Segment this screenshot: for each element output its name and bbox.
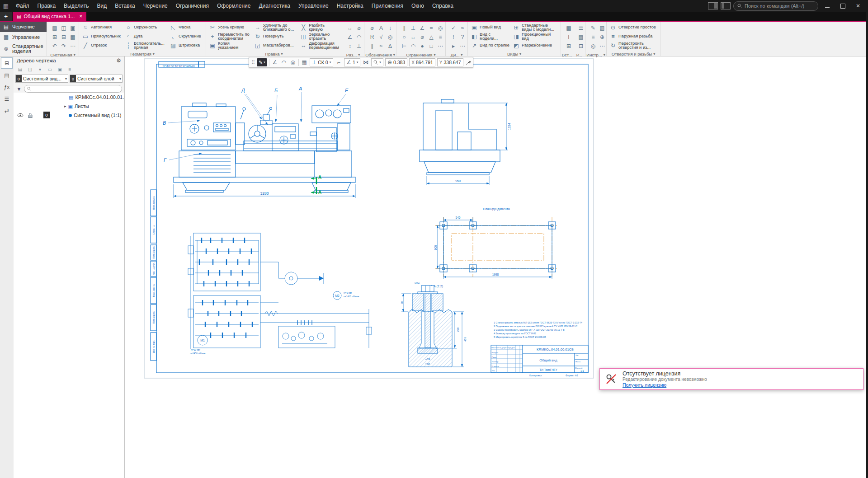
tab-close-icon[interactable]: × — [79, 13, 82, 19]
equal-constraint-icon[interactable]: = — [427, 23, 436, 33]
menu-diagnostics[interactable]: Диагностика — [255, 0, 294, 12]
corner-snap-icon[interactable]: ⌐ — [335, 59, 342, 66]
preview-icon[interactable]: ◫ — [59, 23, 68, 33]
btn-trim-curve[interactable]: ✂Усечь кривую — [208, 23, 252, 32]
menu-insert[interactable]: Вставка — [111, 0, 139, 12]
play-icon[interactable]: ▸ — [449, 42, 458, 51]
btn-view-by-arrow[interactable]: ↗Вид по стрелке — [470, 41, 510, 50]
hatch-tool-icon[interactable]: ▨ — [598, 23, 607, 33]
zoom-fit-icon[interactable]: ▦ — [68, 33, 77, 42]
edit-tool-icon[interactable]: ✎ — [589, 23, 598, 33]
btn-rotate[interactable]: ↻Повернуть — [253, 32, 298, 41]
add-tool-icon[interactable]: ⊕ — [598, 33, 607, 42]
btn-mirror[interactable]: ◫Зеркально отразить — [299, 32, 340, 41]
btn-rectangle[interactable]: ▭Прямоугольник — [81, 32, 123, 41]
btn-arc[interactable]: ◜Дуга — [124, 32, 167, 41]
warning-icon[interactable]: ! — [449, 33, 458, 42]
zoom-select[interactable]: ▾ — [371, 58, 383, 66]
tree-tool-list[interactable]: ≡ — [66, 66, 74, 74]
grid-toggle-icon[interactable]: ▦ — [301, 59, 308, 66]
btn-extend[interactable]: →Удлинить до ближайшего о... — [253, 23, 298, 32]
align-constraint-icon[interactable]: ≡ — [436, 33, 445, 42]
angle-constraint-icon[interactable]: ∠ — [418, 23, 427, 33]
expander-icon[interactable]: ▸ — [64, 104, 66, 108]
section-label-r[interactable]: Р... — [573, 52, 585, 57]
btn-circle[interactable]: ○Окружность — [124, 23, 167, 32]
maximize-button[interactable] — [836, 1, 849, 11]
parallel-constraint-icon[interactable]: ∥ — [400, 23, 409, 33]
zoom-in-icon[interactable]: ⊞ — [50, 33, 59, 42]
radius-icon[interactable]: R — [368, 33, 377, 42]
btn-simple-hole[interactable]: ⊙Отверстие простое — [609, 23, 657, 32]
get-license-link[interactable]: Получить лицензию — [623, 382, 707, 388]
angle-dim-icon[interactable]: ∠ — [345, 33, 354, 42]
menu-edit[interactable]: Правка — [33, 0, 60, 12]
layout-panel-icon[interactable] — [708, 2, 718, 9]
print-icon[interactable]: ▤ — [50, 23, 59, 33]
roughness-icon[interactable]: √ — [377, 33, 386, 42]
menu-format[interactable]: Оформление — [213, 0, 255, 12]
layout-panel-alt-icon[interactable] — [721, 2, 731, 9]
menu-constraints[interactable]: Ограничения — [172, 0, 213, 12]
coordinate-system-select[interactable]: ⊥ СК 0 ▾ — [310, 58, 333, 66]
btn-external-thread[interactable]: ≡Наружная резьба — [609, 32, 657, 41]
mode-management[interactable]: ▦ Управление — [0, 32, 47, 42]
btn-view-from-model[interactable]: ◧Вид с модели... — [470, 32, 510, 41]
concentric-constraint-icon[interactable]: ◎ — [436, 23, 445, 33]
more-constraints-icon[interactable]: ⋯ — [436, 42, 445, 51]
zoom-out-icon[interactable]: ⊟ — [59, 33, 68, 42]
menu-draw[interactable]: Черчение — [139, 0, 172, 12]
fix-constraint-icon[interactable]: □ — [427, 42, 436, 51]
btn-projection-view[interactable]: ◨Проекционный вид — [512, 32, 559, 41]
btn-construction-line[interactable]: ┆Вспомогатель... прямая — [124, 41, 167, 50]
table-icon[interactable]: ⊡ — [576, 42, 585, 51]
tree-tool-structure[interactable]: ▤ — [16, 66, 24, 74]
btn-autoline[interactable]: ≈Автолиния — [81, 23, 123, 32]
btn-fillet[interactable]: ◟Скругление — [169, 32, 203, 41]
tree-tool-preview[interactable]: ▭ — [46, 66, 54, 74]
tree-item-system-view[interactable]: 0 Системный вид (1:1) — [14, 111, 124, 120]
section-label-holes[interactable]: Отверстия и резьбы ▾ — [607, 52, 660, 56]
section-label-insert[interactable]: Вст... — [561, 52, 573, 57]
section-label-views[interactable]: Виды ▾ — [468, 52, 561, 56]
snap-arc-icon[interactable]: ◠ — [280, 59, 288, 66]
measure-icon[interactable]: ≈ — [458, 23, 467, 33]
section-label-tools[interactable]: Инстр... ▾ — [585, 52, 606, 57]
text-icon[interactable]: А — [377, 23, 386, 33]
section-label-notation[interactable]: Обозначения ▾ — [364, 52, 396, 57]
fix-diameter-icon[interactable]: ⌀ — [418, 33, 427, 42]
delta-sign-icon[interactable]: ∆ — [386, 42, 395, 51]
target-tool-icon[interactable]: ◎ — [589, 42, 598, 51]
coincident-constraint-icon[interactable]: ⊢ — [400, 42, 409, 51]
tree-tool-image[interactable]: ▣ — [56, 66, 64, 74]
cursor-y-field[interactable]: Y 338.647 — [437, 58, 463, 66]
tab-active[interactable]: ▤ Общий вид станка 1... × — [13, 12, 86, 21]
btn-section-view[interactable]: ◩Разрез/сечение — [512, 41, 559, 50]
current-view-combo[interactable]: 0 Системный вид... ▾ — [15, 75, 68, 83]
menu-manage[interactable]: Управление — [294, 0, 333, 12]
ortho-mode-icon[interactable]: ⋈ — [362, 59, 369, 66]
new-tab-button[interactable]: + — [0, 12, 12, 21]
section-label-dimensions[interactable]: Раз... ▾ — [342, 52, 364, 57]
btn-move-by-coords[interactable]: +Переместить по координатам — [208, 32, 252, 41]
menu-apps[interactable]: Приложения — [368, 0, 407, 12]
tree-item-sheets[interactable]: ▸ ▣ Листы — [14, 102, 124, 111]
wave-sign-icon[interactable]: ≈ — [377, 42, 386, 51]
close-button[interactable]: ✕ — [852, 1, 864, 11]
more-diag-icon[interactable]: ⋯ — [458, 42, 467, 51]
layers-panel-button[interactable]: ☰ — [1, 94, 12, 104]
list-icon[interactable]: ☰ — [576, 23, 585, 33]
btn-hatch[interactable]: ▨Штриховка — [169, 41, 203, 50]
horizontal-constraint-icon[interactable]: ↔ — [409, 33, 418, 42]
diameter-dim-icon[interactable]: ⌀ — [354, 23, 363, 33]
section-label-edit[interactable]: Правка ▾ — [206, 52, 342, 56]
perp-dim-icon[interactable]: ⊥ — [354, 42, 363, 51]
arc-dim-icon[interactable]: ◠ — [354, 33, 363, 42]
eyedropper-icon[interactable] — [465, 59, 471, 66]
linear-dim-icon[interactable]: ↔ — [345, 23, 354, 33]
menu-file[interactable]: Файл — [12, 0, 33, 12]
query-icon[interactable]: ? — [458, 33, 467, 42]
insert-fragment-icon[interactable]: ▦ — [564, 23, 573, 33]
arc-constraint-icon[interactable]: ◠ — [409, 42, 418, 51]
symmetry-constraint-icon[interactable]: △ — [427, 33, 436, 42]
